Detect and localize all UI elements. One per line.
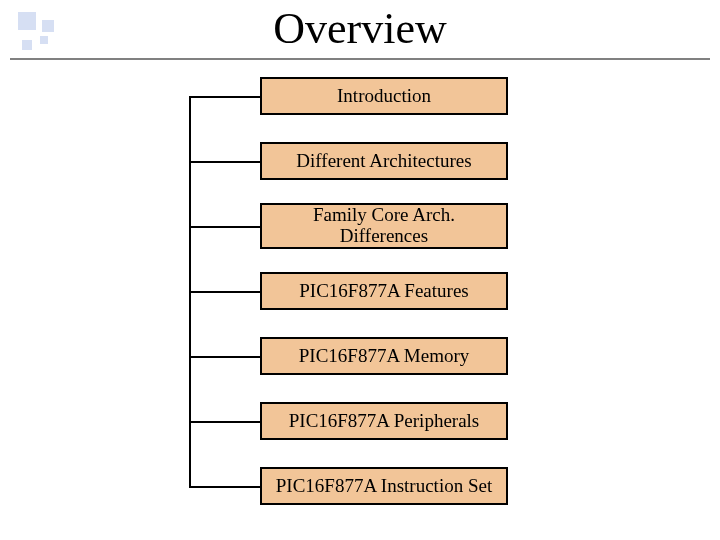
tree-branch xyxy=(189,486,261,488)
slide: Overview Introduction Different Architec… xyxy=(0,0,720,540)
tree-branch xyxy=(189,226,261,228)
tree-node-label: PIC16F877A Peripherals xyxy=(289,411,480,432)
tree-node-label: PIC16F877A Instruction Set xyxy=(276,476,492,497)
tree-branch xyxy=(189,161,261,163)
tree-node-instruction-set: PIC16F877A Instruction Set xyxy=(260,467,508,505)
tree-node-features: PIC16F877A Features xyxy=(260,272,508,310)
tree-branch xyxy=(189,421,261,423)
tree-node-introduction: Introduction xyxy=(260,77,508,115)
tree-node-label: PIC16F877A Memory xyxy=(299,346,470,367)
tree-branch xyxy=(189,356,261,358)
tree-branch xyxy=(189,96,261,98)
tree-node-label: Different Architectures xyxy=(296,151,471,172)
overview-tree: Introduction Different Architectures Fam… xyxy=(0,68,720,528)
tree-node-label: Family Core Arch. Differences xyxy=(268,205,500,247)
tree-node-family-core: Family Core Arch. Differences xyxy=(260,203,508,249)
tree-node-peripherals: PIC16F877A Peripherals xyxy=(260,402,508,440)
tree-branch xyxy=(189,291,261,293)
tree-node-memory: PIC16F877A Memory xyxy=(260,337,508,375)
tree-node-architectures: Different Architectures xyxy=(260,142,508,180)
title-rule xyxy=(10,58,710,60)
tree-node-label: Introduction xyxy=(337,86,431,107)
tree-node-label: PIC16F877A Features xyxy=(299,281,468,302)
slide-title: Overview xyxy=(0,6,720,52)
